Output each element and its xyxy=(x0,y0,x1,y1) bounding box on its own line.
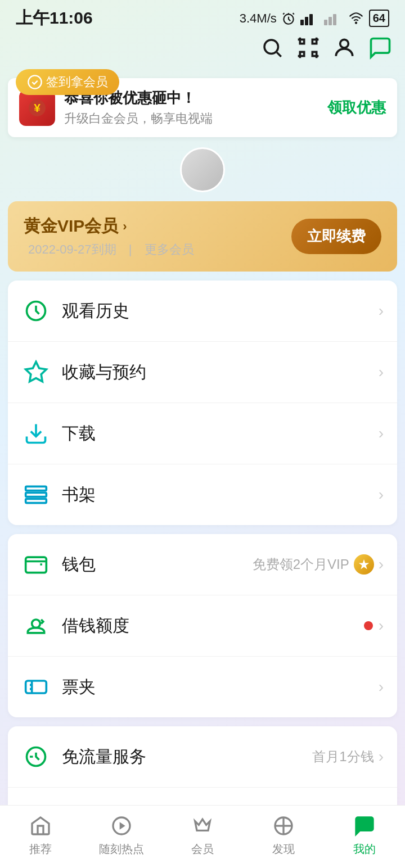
nav-item-home[interactable]: 推荐 xyxy=(12,813,69,857)
avatar-icon xyxy=(332,35,357,60)
vip-badge-icon xyxy=(354,554,374,575)
vip-title: 黄金VIP会员 › xyxy=(24,215,199,238)
wallet-icon xyxy=(21,550,51,579)
wallet-label: 钱包 xyxy=(62,553,253,576)
svg-rect-1 xyxy=(300,20,304,25)
download-icon xyxy=(21,419,51,448)
checkin-icon xyxy=(27,74,43,90)
download-label: 下载 xyxy=(62,422,379,445)
svg-rect-21 xyxy=(26,681,47,693)
menu-item-free-traffic[interactable]: 免流量服务 首月1分钱 › xyxy=(8,726,397,788)
chevron-right-icon: › xyxy=(379,302,384,320)
bookshelf-icon xyxy=(21,480,51,509)
menu-item-bookshelf[interactable]: 书架 › xyxy=(8,464,397,525)
avatar-btn[interactable] xyxy=(331,34,358,61)
svg-point-20 xyxy=(32,620,40,628)
menu-item-credit[interactable]: 借钱额度 › xyxy=(8,595,397,657)
nav-label-mine: 我的 xyxy=(353,842,376,857)
menu-item-watch-history[interactable]: 观看历史 › xyxy=(8,281,397,342)
signal-icon xyxy=(300,11,320,26)
status-time: 上午11:06 xyxy=(16,7,93,30)
chevron-right-icon: › xyxy=(379,424,384,442)
vip-nav-icon xyxy=(190,813,215,838)
chevron-right-icon: › xyxy=(379,617,384,635)
alarm-icon xyxy=(281,11,296,26)
svg-rect-17 xyxy=(26,492,47,496)
favorites-label: 收藏与预约 xyxy=(62,361,379,384)
svg-rect-19 xyxy=(26,557,47,573)
nav-label-hot: 随刻热点 xyxy=(99,842,144,857)
nav-label-vip: 会员 xyxy=(191,842,214,857)
svg-point-8 xyxy=(28,75,41,88)
chevron-right-icon: › xyxy=(379,555,384,573)
menu-item-favorites[interactable]: 收藏与预约 › xyxy=(8,342,397,403)
status-icons: 3.4M/s 64 xyxy=(240,10,389,27)
vip-chevron-icon: › xyxy=(123,219,127,234)
chevron-right-icon: › xyxy=(379,486,384,504)
message-btn[interactable] xyxy=(367,34,394,61)
vip-card[interactable]: 黄金VIP会员 › 2022-09-27到期 | 更多会员 立即续费 xyxy=(8,201,397,272)
nav-label-discover: 发现 xyxy=(272,842,295,857)
promo-icon: ¥ xyxy=(19,90,55,126)
home-icon xyxy=(28,813,53,838)
svg-rect-4 xyxy=(324,20,327,25)
svg-point-10 xyxy=(340,39,349,48)
hot-icon xyxy=(109,813,134,838)
network-speed: 3.4M/s xyxy=(240,11,277,26)
credit-icon xyxy=(21,611,51,640)
chevron-right-icon: › xyxy=(379,678,384,696)
bookshelf-label: 书架 xyxy=(62,483,379,507)
vip-info: 黄金VIP会员 › 2022-09-27到期 | 更多会员 xyxy=(24,215,199,258)
bottom-nav: 推荐 随刻热点 会员 发现 xyxy=(0,805,405,868)
vip-expiry: 2022-09-27到期 | 更多会员 xyxy=(24,241,199,258)
svg-point-7 xyxy=(356,22,357,23)
signal2-icon xyxy=(324,11,343,26)
svg-marker-14 xyxy=(26,362,47,382)
vip-renew-button[interactable]: 立即续费 xyxy=(291,219,381,254)
discover-icon xyxy=(271,813,296,838)
svg-text:¥: ¥ xyxy=(34,101,40,114)
svg-rect-16 xyxy=(26,486,47,490)
free-traffic-sub: 首月1分钱 xyxy=(312,748,374,766)
scan-icon xyxy=(296,35,321,60)
svg-rect-2 xyxy=(305,17,308,25)
battery-indicator: 64 xyxy=(369,10,389,27)
free-traffic-icon xyxy=(21,742,51,771)
tickets-icon xyxy=(21,672,51,702)
promo-action[interactable]: 领取优惠 xyxy=(327,98,386,117)
menu-item-wallet[interactable]: 钱包 免费领2个月VIP › xyxy=(8,534,397,595)
svg-rect-3 xyxy=(309,14,313,25)
menu-section-1: 观看历史 › 收藏与预约 › 下载 › 书架 › xyxy=(8,281,397,525)
watch-history-label: 观看历史 xyxy=(62,300,379,323)
status-bar: 上午11:06 3.4M/s 64 xyxy=(0,0,405,34)
mine-icon xyxy=(352,813,377,838)
watch-history-icon xyxy=(21,296,51,326)
scan-icon-btn[interactable] xyxy=(295,34,322,61)
nav-item-mine[interactable]: 我的 xyxy=(336,813,393,857)
user-avatar[interactable] xyxy=(180,147,225,192)
menu-item-download[interactable]: 下载 › xyxy=(8,403,397,464)
avatar-row xyxy=(0,142,405,195)
svg-rect-6 xyxy=(333,14,336,25)
svg-rect-5 xyxy=(328,17,332,25)
tickets-label: 票夹 xyxy=(62,676,379,699)
message-icon xyxy=(368,35,393,60)
nav-item-hot[interactable]: 随刻热点 xyxy=(93,813,150,857)
wallet-sub: 免费领2个月VIP xyxy=(253,555,349,573)
credit-label: 借钱额度 xyxy=(62,614,364,638)
search-icon-btn[interactable] xyxy=(259,34,286,61)
nav-item-vip[interactable]: 会员 xyxy=(174,813,231,857)
checkin-button[interactable]: 签到拿会员 xyxy=(16,69,119,95)
wifi-icon xyxy=(348,11,364,26)
promo-subtitle: 升级白金会员，畅享电视端 xyxy=(64,110,318,127)
menu-section-2: 钱包 免费领2个月VIP › 借钱额度 › 票夹 › xyxy=(8,534,397,717)
menu-item-tickets[interactable]: 票夹 › xyxy=(8,657,397,717)
nav-item-discover[interactable]: 发现 xyxy=(255,813,312,857)
favorites-icon xyxy=(21,358,51,387)
nav-label-home: 推荐 xyxy=(29,842,52,857)
svg-point-9 xyxy=(264,40,278,54)
credit-badge xyxy=(364,621,373,630)
chevron-right-icon: › xyxy=(379,748,384,766)
search-icon xyxy=(260,36,284,60)
svg-rect-18 xyxy=(26,499,47,503)
